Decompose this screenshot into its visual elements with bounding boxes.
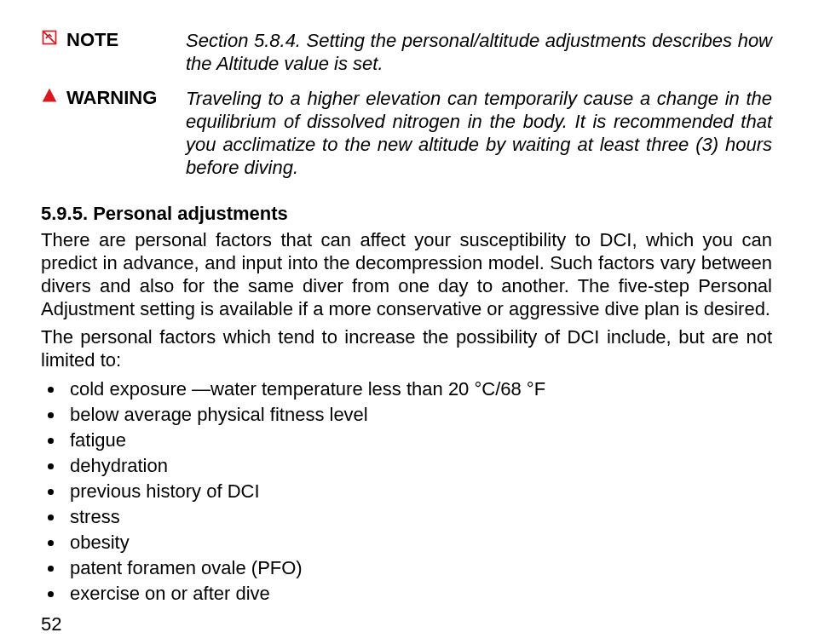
warning-callout: WARNING Traveling to a higher elevation … <box>41 87 772 179</box>
warning-label: WARNING <box>61 87 186 109</box>
warning-icon <box>41 87 61 109</box>
section-para-2: The personal factors which tend to incre… <box>41 325 772 371</box>
section-para-1: There are personal factors that can affe… <box>41 228 772 320</box>
factors-list: cold exposure —water temperature less th… <box>41 377 772 607</box>
list-item: cold exposure —water temperature less th… <box>65 377 772 402</box>
note-callout: NOTE Section 5.8.4. Setting the personal… <box>41 29 772 75</box>
section-title: 5.9.5. Personal adjustments <box>41 203 772 225</box>
list-item: dehydration <box>65 453 772 479</box>
list-item: below average physical fitness level <box>65 402 772 428</box>
page: NOTE Section 5.8.4. Setting the personal… <box>0 0 813 635</box>
list-item: stress <box>65 504 772 530</box>
note-body: Section 5.8.4. Setting the personal/alti… <box>186 29 772 75</box>
list-item: exercise on or after dive <box>65 581 772 607</box>
note-label: NOTE <box>61 29 186 51</box>
list-item: previous history of DCI <box>65 479 772 504</box>
page-number: 52 <box>41 613 772 635</box>
list-item: obesity <box>65 530 772 555</box>
warning-body: Traveling to a higher elevation can temp… <box>186 87 772 179</box>
list-item: patent foramen ovale (PFO) <box>65 555 772 581</box>
note-icon <box>41 29 61 51</box>
list-item: fatigue <box>65 428 772 453</box>
